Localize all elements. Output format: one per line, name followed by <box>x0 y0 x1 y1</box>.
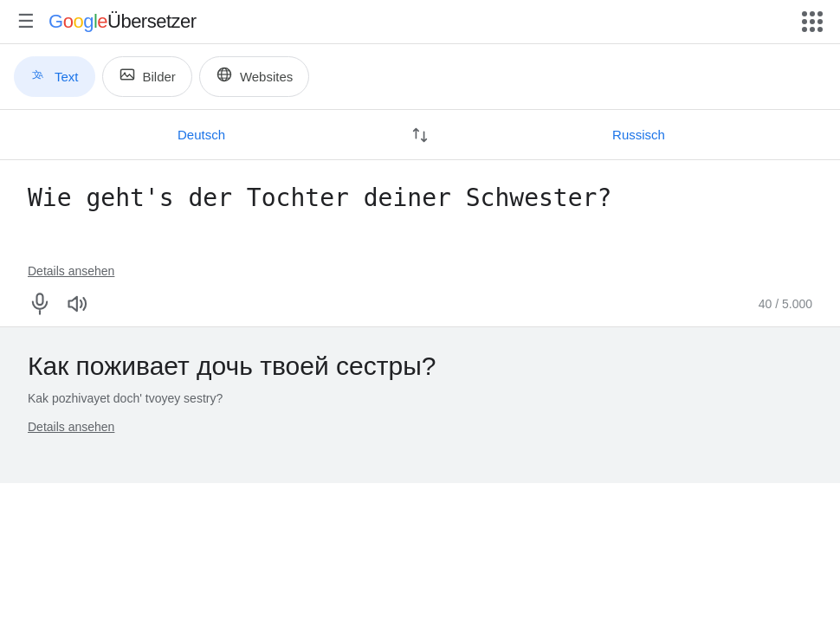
tab-images[interactable]: Bilder <box>102 56 192 97</box>
images-icon <box>119 66 136 87</box>
logo-letter-o1: o <box>63 10 74 33</box>
swap-languages-button[interactable] <box>403 126 437 145</box>
source-text-area: Details ansehen 40 / 5.000 <box>0 160 840 327</box>
romanized-text: Kak pozhivayet doch' tvoyey sestry? <box>28 391 812 405</box>
svg-rect-2 <box>120 69 133 80</box>
source-language-button[interactable]: Deutsch <box>171 124 232 145</box>
source-action-buttons <box>28 292 90 316</box>
output-details-link[interactable]: Details ansehen <box>28 420 114 434</box>
character-count: 40 / 5.000 <box>759 297 812 311</box>
tab-websites-label: Websites <box>240 69 293 84</box>
svg-text:A: A <box>38 71 43 80</box>
source-text-input[interactable] <box>28 181 812 250</box>
logo: Google Übersetzer <box>48 10 197 33</box>
speaker-icon[interactable] <box>66 292 90 316</box>
header-left: ☰ Google Übersetzer <box>17 10 197 33</box>
websites-icon <box>216 66 233 87</box>
logo-letter-g2: g <box>83 10 94 33</box>
svg-rect-9 <box>37 293 43 305</box>
source-details-link[interactable]: Details ansehen <box>28 264 812 278</box>
logo-suffix: Übersetzer <box>107 10 197 33</box>
language-bar: Deutsch Russisch <box>0 110 840 160</box>
target-language-selector[interactable]: Russisch <box>437 124 840 145</box>
target-language-button[interactable]: Russisch <box>605 124 672 145</box>
header: ☰ Google Übersetzer <box>0 0 840 44</box>
tab-bar: 文 A Text Bilder Websites <box>0 44 840 110</box>
tab-text[interactable]: 文 A Text <box>14 56 95 97</box>
microphone-icon[interactable] <box>28 292 52 316</box>
tab-images-label: Bilder <box>143 69 176 84</box>
apps-grid-icon[interactable] <box>802 11 823 32</box>
logo-letter-g: G <box>48 10 63 33</box>
tab-websites[interactable]: Websites <box>199 56 309 97</box>
hamburger-menu-icon[interactable]: ☰ <box>17 10 35 33</box>
source-language-selector[interactable]: Deutsch <box>0 124 403 145</box>
logo-letter-o2: o <box>73 10 83 33</box>
svg-marker-11 <box>69 297 77 311</box>
logo-letter-e: e <box>97 10 107 33</box>
tab-text-label: Text <box>55 69 79 84</box>
source-actions-bar: 40 / 5.000 <box>28 292 812 316</box>
output-translation-area: Как поживает дочь твоей сестры? Kak pozh… <box>0 327 840 483</box>
translated-text: Как поживает дочь твоей сестры? <box>28 348 812 384</box>
text-translate-icon: 文 A <box>30 66 48 87</box>
